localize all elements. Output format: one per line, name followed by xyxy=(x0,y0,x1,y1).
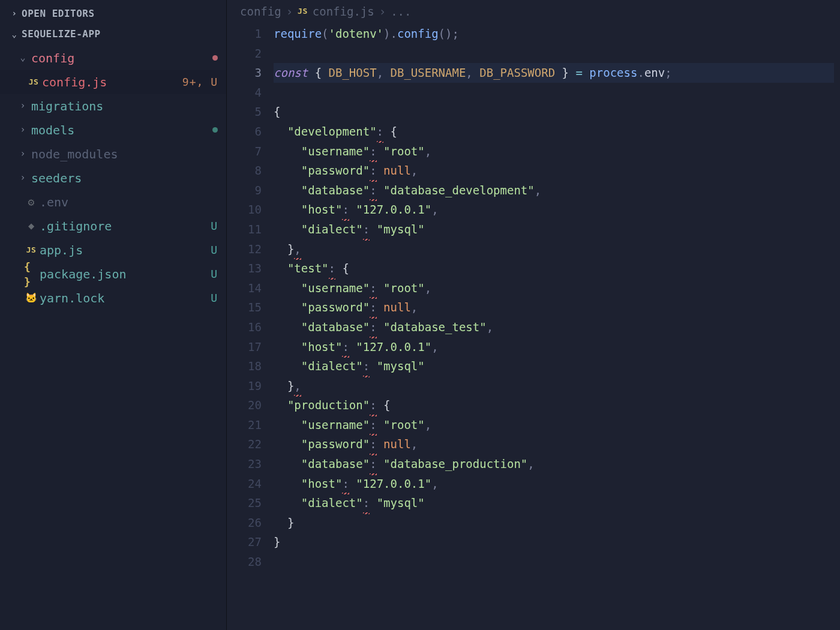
error-squiggle: : xyxy=(342,200,349,220)
chevron-right-icon: › xyxy=(379,4,386,20)
code-line[interactable]: "database": "database_development", xyxy=(274,181,834,200)
line-number: 18 xyxy=(227,356,262,376)
code-line[interactable]: } xyxy=(274,532,834,552)
chevron-right-icon: › xyxy=(286,4,293,20)
error-squiggle: : xyxy=(370,415,376,435)
tree-item-label: package.json xyxy=(38,266,211,283)
code-line[interactable]: }, xyxy=(274,239,834,259)
tree-item-config-js[interactable]: JSconfig.js9+, U xyxy=(0,70,226,94)
git-status: U xyxy=(211,290,218,305)
line-number: 27 xyxy=(227,532,262,552)
chevron-right-icon: › xyxy=(18,124,28,136)
code-line[interactable] xyxy=(274,83,834,103)
chevron-down-icon: ⌄ xyxy=(10,29,19,41)
tree-item-config[interactable]: ⌄config xyxy=(0,46,226,70)
line-number: 25 xyxy=(227,493,262,513)
code-line[interactable]: "username": "root", xyxy=(274,142,834,161)
code-line[interactable]: const { DB_HOST, DB_USERNAME, DB_PASSWOR… xyxy=(274,63,834,83)
line-number: 19 xyxy=(227,376,262,396)
code-line[interactable]: "host": "127.0.0.1", xyxy=(274,474,834,494)
code-line[interactable]: "database": "database_production", xyxy=(274,454,834,474)
editor-area: config › JS config.js › ... 123456789101… xyxy=(227,0,840,630)
code-line[interactable]: }, xyxy=(274,376,834,396)
tree-item-models[interactable]: ›models xyxy=(0,118,226,142)
modified-dot-icon xyxy=(212,127,218,133)
tree-item-package-json[interactable]: ›{ }package.jsonU xyxy=(0,262,226,286)
project-header[interactable]: ⌄ SEQUELIZE-APP xyxy=(0,24,226,44)
code-line[interactable]: "database": "database_test", xyxy=(274,317,834,337)
line-number: 13 xyxy=(227,259,262,278)
error-squiggle: : xyxy=(370,298,376,317)
line-number: 22 xyxy=(227,434,262,454)
breadcrumb-folder[interactable]: config xyxy=(240,4,281,20)
gear-icon: ⚙ xyxy=(24,194,38,209)
git-icon: ◆ xyxy=(24,219,38,233)
json-icon: { } xyxy=(24,259,38,289)
tree-item-label: config xyxy=(30,50,212,67)
error-squiggle: : xyxy=(370,161,376,181)
git-status: U xyxy=(211,218,218,233)
line-number: 5 xyxy=(227,102,262,122)
tree-item-migrations[interactable]: ›migrations xyxy=(0,94,226,118)
chevron-right-icon: › xyxy=(10,8,19,20)
code-editor[interactable]: 1234567891011121314151617181920212223242… xyxy=(227,23,840,630)
error-squiggle: : xyxy=(377,122,383,142)
code-line[interactable]: require('dotenv').config(); xyxy=(274,24,834,44)
line-number: 23 xyxy=(227,454,262,474)
breadcrumb[interactable]: config › JS config.js › ... xyxy=(227,0,840,23)
breadcrumb-symbol[interactable]: ... xyxy=(391,4,411,20)
tree-item--gitignore[interactable]: ›◆.gitignoreU xyxy=(0,214,226,238)
code-line[interactable] xyxy=(274,44,834,64)
line-number: 8 xyxy=(227,161,262,181)
breadcrumb-file[interactable]: config.js xyxy=(313,4,374,20)
code-line[interactable] xyxy=(274,552,834,572)
js-icon: JS xyxy=(26,77,41,88)
line-number: 14 xyxy=(227,278,262,298)
error-squiggle: : xyxy=(363,220,370,239)
tree-item-node-modules[interactable]: ›node_modules xyxy=(0,142,226,166)
yarn-icon: 🐱 xyxy=(24,292,38,305)
line-number: 9 xyxy=(227,181,262,200)
code-line[interactable]: "dialect": "mysql" xyxy=(274,220,834,239)
tree-item-label: seeders xyxy=(30,170,218,187)
chevron-down-icon: ⌄ xyxy=(18,52,28,64)
error-squiggle: : xyxy=(370,142,376,161)
tree-item-label: migrations xyxy=(30,98,218,115)
line-number: 16 xyxy=(227,317,262,337)
chevron-right-icon: › xyxy=(18,100,28,112)
error-squiggle: , xyxy=(294,376,301,396)
tree-item-yarn-lock[interactable]: ›🐱yarn.lockU xyxy=(0,286,226,310)
line-number: 12 xyxy=(227,239,262,259)
tree-item-label: models xyxy=(30,122,212,139)
code-line[interactable]: "password": null, xyxy=(274,434,834,454)
code-line[interactable]: "development": { xyxy=(274,122,834,142)
line-gutter: 1234567891011121314151617181920212223242… xyxy=(227,24,274,630)
line-number: 15 xyxy=(227,298,262,317)
code-line[interactable]: "host": "127.0.0.1", xyxy=(274,200,834,220)
code-content[interactable]: require('dotenv').config(); const { DB_H… xyxy=(274,24,840,630)
code-line[interactable]: } xyxy=(274,513,834,533)
git-status: 9+, U xyxy=(182,74,218,89)
line-number: 10 xyxy=(227,200,262,220)
line-number: 24 xyxy=(227,474,262,494)
tree-item-seeders[interactable]: ›seeders xyxy=(0,166,226,190)
code-line[interactable]: "test": { xyxy=(274,259,834,278)
tree-item-label: .env xyxy=(38,194,218,211)
code-line[interactable]: "username": "root", xyxy=(274,415,834,435)
line-number: 17 xyxy=(227,337,262,357)
code-line[interactable]: "dialect": "mysql" xyxy=(274,356,834,376)
code-line[interactable]: "dialect": "mysql" xyxy=(274,493,834,513)
error-squiggle: : xyxy=(342,474,349,494)
line-number: 21 xyxy=(227,415,262,435)
code-line[interactable]: "password": null, xyxy=(274,298,834,317)
line-number: 7 xyxy=(227,142,262,161)
error-squiggle: : xyxy=(329,259,335,278)
code-line[interactable]: "password": null, xyxy=(274,161,834,181)
open-editors-header[interactable]: › OPEN EDITORS xyxy=(0,4,226,24)
tree-item--env[interactable]: ›⚙.env xyxy=(0,190,226,214)
code-line[interactable]: "production": { xyxy=(274,395,834,415)
code-line[interactable]: { xyxy=(274,102,834,122)
code-line[interactable]: "username": "root", xyxy=(274,278,834,298)
code-line[interactable]: "host": "127.0.0.1", xyxy=(274,337,834,357)
git-status: U xyxy=(211,242,218,257)
